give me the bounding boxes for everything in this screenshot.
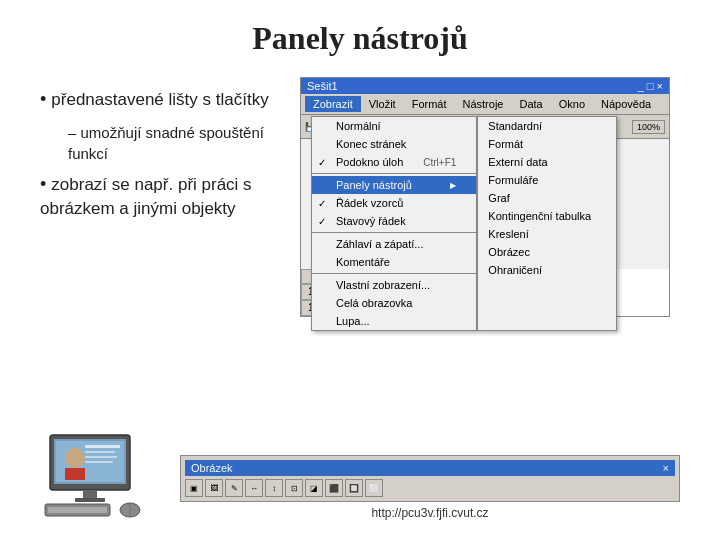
sub-formulare[interactable]: Formuláře	[478, 171, 616, 189]
menu-lupa[interactable]: Lupa...	[312, 312, 476, 330]
svg-rect-11	[85, 445, 120, 448]
slide-title: Panely nástrojů	[40, 20, 680, 57]
excel-title: Sešit1	[307, 80, 338, 92]
svg-rect-3	[75, 498, 105, 502]
svg-rect-12	[85, 451, 115, 453]
bullet-points: přednastavené lišty s tlačítky umožňují …	[40, 77, 280, 317]
bottom-area: Obrázek × ▣ 🖼 ✎ ↔ ↕ ⊡ ◪ ⬛ 🔲 ⬜ http://pcu…	[40, 430, 680, 520]
sub-ohraniceni[interactable]: Ohraničení	[478, 261, 616, 279]
panely-sub-menu: Standardní Formát Externí data Formuláře…	[477, 116, 617, 331]
sub-bullet-1: umožňují snadné spouštění funkcí	[68, 122, 280, 164]
menu-zahlavi[interactable]: Záhlaví a zápatí...	[312, 235, 476, 253]
dropdown-overlay: Normální Konec stránek Podokno úloh Ctrl…	[311, 116, 617, 331]
sub-format[interactable]: Formát	[478, 135, 616, 153]
svg-rect-13	[85, 456, 117, 458]
menu-format[interactable]: Formát	[404, 96, 455, 112]
zobrazit-menu: Normální Konec stránek Podokno úloh Ctrl…	[311, 116, 477, 331]
sub-obrazec[interactable]: Obrázec	[478, 243, 616, 261]
obrazek-title: Obrázek	[191, 462, 233, 474]
menu-data[interactable]: Data	[511, 96, 550, 112]
obrazek-titlebar: Obrázek ×	[185, 460, 675, 476]
sub-standardni[interactable]: Standardní	[478, 117, 616, 135]
menu-panely-nastroju[interactable]: Panely nástrojů	[312, 176, 476, 194]
obrazek-btn-2[interactable]: 🖼	[205, 479, 223, 497]
sep3	[312, 273, 476, 274]
obrazek-btn-8[interactable]: ⬛	[325, 479, 343, 497]
menu-podokno[interactable]: Podokno úloh Ctrl+F1	[312, 153, 476, 171]
svg-rect-10	[65, 468, 85, 480]
sep1	[312, 173, 476, 174]
sub-externi[interactable]: Externí data	[478, 153, 616, 171]
obrazek-btn-3[interactable]: ✎	[225, 479, 243, 497]
excel-window-controls: _ □ ×	[638, 80, 663, 92]
menu-zobrazit[interactable]: Zobrazit	[305, 96, 361, 112]
obrazek-toolbar: Obrázek × ▣ 🖼 ✎ ↔ ↕ ⊡ ◪ ⬛ 🔲 ⬜	[180, 455, 680, 502]
toolbar-zoom[interactable]: 100%	[632, 120, 665, 134]
menu-stavovy-radek[interactable]: Stavový řádek	[312, 212, 476, 230]
computer-illustration	[40, 430, 160, 520]
bullet-1: přednastavené lišty s tlačítky	[40, 87, 280, 112]
obrazek-btn-9[interactable]: 🔲	[345, 479, 363, 497]
menu-nastroje[interactable]: Nástroje	[455, 96, 512, 112]
sub-kontingencni[interactable]: Kontingenční tabulka	[478, 207, 616, 225]
obrazek-btn-4[interactable]: ↔	[245, 479, 263, 497]
excel-menubar: Zobrazit Vložit Formát Nástroje Data Okn…	[301, 94, 669, 115]
content-area: přednastavené lišty s tlačítky umožňují …	[40, 77, 680, 317]
menu-radek-vzorcu[interactable]: Řádek vzorců	[312, 194, 476, 212]
obrazek-btn-5[interactable]: ↕	[265, 479, 283, 497]
menu-vlastni[interactable]: Vlastní zobrazení...	[312, 276, 476, 294]
menu-normalní[interactable]: Normální	[312, 117, 476, 135]
menu-konec-stranek[interactable]: Konec stránek	[312, 135, 476, 153]
obrazek-btn-10[interactable]: ⬜	[365, 479, 383, 497]
menu-napoveda[interactable]: Nápověda	[593, 96, 659, 112]
obrazek-btn-6[interactable]: ⊡	[285, 479, 303, 497]
obrazek-btn-7[interactable]: ◪	[305, 479, 323, 497]
menu-komentare[interactable]: Komentáře	[312, 253, 476, 271]
excel-window: Sešit1 _ □ × Zobrazit Vložit Formát Nást…	[300, 77, 670, 317]
menu-okno[interactable]: Okno	[551, 96, 593, 112]
svg-rect-5	[48, 507, 107, 513]
svg-point-9	[65, 448, 85, 468]
bullet-2: zobrazí se např. při práci s obrázkem a …	[40, 172, 280, 221]
menu-vlozit[interactable]: Vložit	[361, 96, 404, 112]
slide: Panely nástrojů přednastavené lišty s tl…	[0, 0, 720, 540]
menu-cela-obrazovka[interactable]: Celá obrazovka	[312, 294, 476, 312]
excel-screenshot: Sešit1 _ □ × Zobrazit Vložit Formát Nást…	[300, 77, 680, 317]
obrazek-btn-1[interactable]: ▣	[185, 479, 203, 497]
sub-kresleni[interactable]: Kreslení	[478, 225, 616, 243]
svg-rect-2	[83, 490, 97, 498]
sep2	[312, 232, 476, 233]
excel-titlebar: Sešit1 _ □ ×	[301, 78, 669, 94]
obrazek-section: Obrázek × ▣ 🖼 ✎ ↔ ↕ ⊡ ◪ ⬛ 🔲 ⬜ http://pcu…	[180, 455, 680, 520]
svg-rect-14	[85, 461, 113, 463]
sub-graf[interactable]: Graf	[478, 189, 616, 207]
footer-url: http://pcu3v.fjfi.cvut.cz	[180, 506, 680, 520]
obrazek-buttons: ▣ 🖼 ✎ ↔ ↕ ⊡ ◪ ⬛ 🔲 ⬜	[185, 479, 675, 497]
obrazek-close[interactable]: ×	[663, 462, 669, 474]
